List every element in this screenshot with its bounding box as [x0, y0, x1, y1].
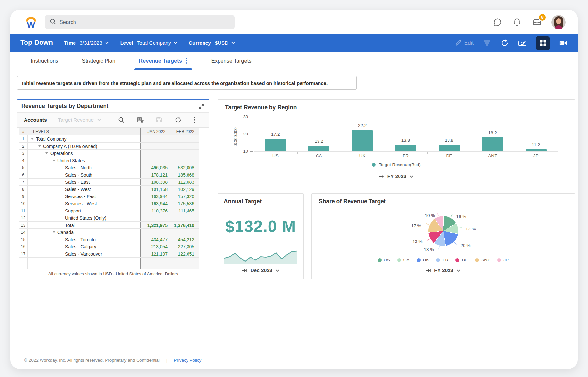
- pie-legend-item[interactable]: ANZ: [475, 258, 490, 262]
- feb-value-cell[interactable]: 122,651: [172, 250, 199, 257]
- feb-value-cell[interactable]: 532,008: [172, 164, 199, 171]
- feb-value-cell[interactable]: 175,536: [172, 200, 199, 207]
- table-search-icon[interactable]: [118, 117, 125, 123]
- bar[interactable]: [352, 130, 373, 151]
- feb-value-cell[interactable]: 111,465: [172, 207, 199, 214]
- pie-legend-item[interactable]: FR: [436, 258, 448, 262]
- jan-value-cell[interactable]: 163,944: [140, 200, 172, 207]
- feb-value-cell[interactable]: 102,129: [172, 186, 199, 193]
- search-input[interactable]: [59, 19, 230, 25]
- table-row[interactable]: 15Sales - Toronto434,477454,212: [19, 236, 199, 243]
- jan-value-cell[interactable]: [140, 143, 172, 149]
- pie-chart[interactable]: [428, 216, 458, 246]
- table-row[interactable]: 13Total1,321,9751,376,410: [19, 222, 199, 229]
- feb-value-cell[interactable]: [172, 214, 199, 221]
- accounts-label[interactable]: Accounts: [24, 117, 47, 123]
- feb-value-cell[interactable]: 454,212: [172, 236, 199, 243]
- jan-value-cell[interactable]: 110,376: [140, 207, 172, 214]
- dashboard-grid-icon[interactable]: [536, 36, 550, 50]
- jan-value-cell[interactable]: [140, 135, 172, 142]
- table-row[interactable]: 5Sales - North496,035532,008: [19, 164, 199, 171]
- jan-value-cell[interactable]: 496,035: [140, 164, 172, 171]
- level-filter-value[interactable]: Total Company: [137, 40, 177, 46]
- notifications-bell-icon[interactable]: [512, 17, 522, 27]
- table-row[interactable]: 6Sales - South178,121185,868: [19, 171, 199, 179]
- filter-icon[interactable]: [483, 39, 491, 47]
- bar[interactable]: [308, 146, 329, 151]
- feb-value-cell[interactable]: [172, 157, 199, 164]
- table-row[interactable]: 7Sales - East108,398112,083: [19, 179, 199, 186]
- pie-legend-item[interactable]: DE: [455, 258, 468, 262]
- jan-value-cell[interactable]: 163,944: [140, 193, 172, 200]
- currency-filter-value[interactable]: $USD: [215, 40, 235, 46]
- jan-value-cell[interactable]: 1,321,975: [140, 222, 172, 228]
- tab-expense-targets[interactable]: Expense Targets: [211, 52, 252, 70]
- camera-icon[interactable]: [518, 39, 527, 47]
- edit-button[interactable]: Edit: [455, 40, 474, 46]
- feb-value-cell[interactable]: 112,083: [172, 179, 199, 185]
- feb-value-cell[interactable]: [172, 143, 199, 149]
- table-row[interactable]: 16Sales - Calgary213,054227,305: [19, 243, 199, 250]
- avatar[interactable]: [551, 15, 566, 29]
- jan-value-cell[interactable]: 108,398: [140, 179, 172, 185]
- expand-caret-icon[interactable]: [53, 231, 55, 233]
- bar[interactable]: [265, 139, 286, 151]
- feb-value-cell[interactable]: 227,305: [172, 243, 199, 250]
- table-row[interactable]: 17Sales - Vancouver121,197122,651: [19, 250, 199, 258]
- refresh-icon[interactable]: [500, 39, 509, 47]
- table-kebab-icon[interactable]: [194, 117, 201, 123]
- feb-value-cell[interactable]: 1,376,410: [172, 222, 199, 228]
- table-row[interactable]: 4United States: [19, 157, 199, 164]
- table-row[interactable]: 14Canada: [19, 229, 199, 236]
- pie-legend-item[interactable]: UK: [417, 258, 429, 262]
- jan-value-cell[interactable]: 213,054: [140, 243, 172, 250]
- inbox-icon[interactable]: 8: [532, 17, 542, 27]
- period-selector-annual[interactable]: Dec 2023: [218, 267, 303, 273]
- view-selector[interactable]: Target Revenue: [58, 117, 101, 123]
- feb-value-cell[interactable]: [172, 229, 199, 236]
- sheet-filter-icon[interactable]: [137, 117, 144, 123]
- privacy-policy-link[interactable]: Privacy Policy: [174, 358, 201, 363]
- table-row[interactable]: 1Total Company: [19, 135, 199, 143]
- expand-icon[interactable]: [199, 104, 204, 109]
- workday-logo[interactable]: W: [24, 15, 38, 29]
- bar[interactable]: [482, 137, 503, 151]
- tab-strategic-plan[interactable]: Strategic Plan: [82, 52, 115, 70]
- table-row[interactable]: 8Sales - West101,158102,129: [19, 186, 199, 193]
- jan-value-cell[interactable]: 178,121: [140, 171, 172, 178]
- feb-value-cell[interactable]: 157,320: [172, 193, 199, 200]
- expand-caret-icon[interactable]: [53, 160, 55, 161]
- jan-value-cell[interactable]: [140, 214, 172, 221]
- time-filter-value[interactable]: 3/31/2023: [80, 40, 109, 46]
- expand-caret-icon[interactable]: [38, 145, 41, 147]
- bar[interactable]: [439, 145, 460, 151]
- table-refresh-icon[interactable]: [175, 117, 182, 123]
- jan-value-cell[interactable]: [140, 157, 172, 164]
- video-icon[interactable]: [559, 39, 568, 47]
- table-row[interactable]: 10Services - West163,944175,536: [19, 200, 199, 207]
- bar[interactable]: [395, 145, 416, 151]
- tab-revenue-targets[interactable]: Revenue Targets: [139, 52, 188, 70]
- global-search[interactable]: [45, 15, 235, 29]
- jan-value-cell[interactable]: [140, 150, 172, 157]
- expand-caret-icon[interactable]: [45, 152, 48, 154]
- jan-value-cell[interactable]: 101,158: [140, 186, 172, 193]
- pie-legend-item[interactable]: JP: [497, 258, 509, 262]
- jan-value-cell[interactable]: 434,477: [140, 236, 172, 243]
- bar-chart-legend[interactable]: Target Revenue(Bud): [218, 162, 575, 167]
- bar[interactable]: [526, 149, 547, 151]
- period-selector-pie[interactable]: FY 2023: [312, 267, 575, 273]
- table-row[interactable]: 2Company A (100% owned): [19, 143, 199, 150]
- table-row[interactable]: 9Services - East163,944157,320: [19, 193, 199, 200]
- pie-legend-item[interactable]: US: [378, 258, 390, 262]
- table-row[interactable]: 11Support110,376111,465: [19, 207, 199, 214]
- expand-caret-icon[interactable]: [31, 138, 34, 140]
- feb-value-cell[interactable]: 185,868: [172, 171, 199, 178]
- table-row[interactable]: 12United States (Only): [19, 214, 199, 222]
- tab-menu-kebab-icon[interactable]: [185, 57, 188, 64]
- jan-value-cell[interactable]: 121,197: [140, 250, 172, 257]
- chat-icon[interactable]: [493, 17, 502, 27]
- period-selector-bar-chart[interactable]: FY 2023: [218, 173, 575, 179]
- jan-value-cell[interactable]: [140, 229, 172, 236]
- feb-value-cell[interactable]: [172, 135, 199, 142]
